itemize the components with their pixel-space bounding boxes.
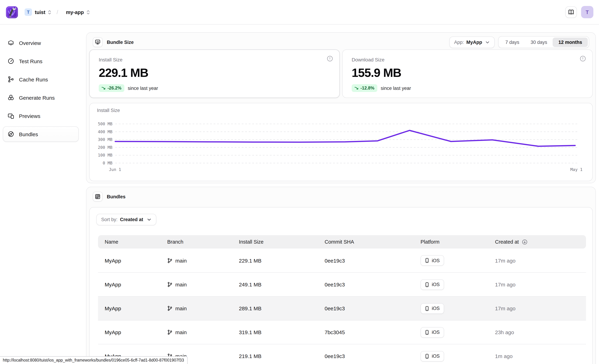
cell-commit-sha: 0ee19c3 — [318, 353, 414, 359]
tuist-logo-icon[interactable] — [6, 6, 18, 18]
svg-text:400 MB: 400 MB — [98, 129, 112, 134]
docs-button[interactable] — [565, 6, 577, 18]
column-header-created-at[interactable]: Created at — [488, 239, 586, 245]
sidebar-item-generate-runs[interactable]: Generate Runs — [3, 90, 79, 105]
platform-badge: iOS — [421, 255, 444, 266]
org-name: tuist — [35, 9, 45, 15]
project-name: my-app — [66, 9, 84, 15]
section-title: Bundle Size — [107, 40, 134, 45]
table-row[interactable]: MyApp main 289.1 MB 0ee19c3 iOS 17m ago — [98, 296, 586, 320]
git-branch-icon — [167, 282, 173, 287]
workflow-icon — [8, 76, 14, 83]
platform-badge: iOS — [421, 327, 444, 338]
column-header-install-size: Install Size — [232, 239, 318, 245]
range-option-7-days[interactable]: 7 days — [500, 37, 525, 47]
org-avatar: T — [25, 8, 32, 16]
cell-install-size: 249.1 MB — [232, 281, 318, 288]
trending-down-icon — [354, 86, 359, 90]
cell-branch: main — [160, 281, 232, 288]
delta-note: since last year — [381, 85, 411, 91]
cell-created-at: 23h ago — [488, 329, 586, 335]
cell-name: MyApp — [98, 329, 160, 335]
cell-commit-sha: 0ee19c3 — [318, 305, 414, 311]
cell-branch: main — [160, 329, 232, 335]
org-selector-chevrons-icon[interactable] — [47, 9, 52, 15]
sidebar-item-label: Overview — [19, 40, 41, 46]
table-row[interactable]: MyApp main 229.1 MB 0ee19c3 iOS 17m ago — [98, 248, 586, 272]
bundle-icon — [8, 131, 14, 137]
sidebar-item-test-runs[interactable]: Test Runs — [3, 53, 79, 69]
sidebar-item-label: Generate Runs — [19, 95, 55, 101]
table-body: MyApp main 229.1 MB 0ee19c3 iOS 17m ago … — [98, 248, 586, 364]
sidebar-item-previews[interactable]: Previews — [3, 108, 79, 124]
cell-platform: iOS — [414, 255, 488, 266]
section-title: Bundles — [107, 194, 126, 199]
table-row[interactable]: MyApp main 249.1 MB 0ee19c3 iOS 17m ago — [98, 272, 586, 296]
cell-install-size: 289.1 MB — [232, 305, 318, 311]
phone-icon — [425, 258, 429, 263]
git-branch-icon — [167, 258, 173, 263]
monitor-chart-icon — [93, 37, 103, 47]
app-filter-label: App: — [454, 40, 464, 45]
svg-text:0 MB: 0 MB — [103, 161, 112, 165]
cell-commit-sha: 7bc3045 — [318, 329, 414, 335]
info-icon[interactable] — [326, 55, 333, 62]
cell-install-size: 229.1 MB — [232, 257, 318, 263]
app-filter-dropdown[interactable]: App: MyApp — [449, 36, 495, 48]
platform-badge: iOS — [421, 279, 444, 290]
sort-by-label: Sort by: — [101, 217, 117, 222]
status-url-tooltip: http://localhost:8080/tuist/ios_app_with… — [0, 356, 187, 364]
cell-created-at: 17m ago — [488, 281, 586, 288]
cell-branch: main — [160, 305, 232, 311]
svg-text:May 1: May 1 — [570, 167, 582, 172]
column-header-name: Name — [98, 239, 160, 245]
trending-down-icon — [102, 86, 106, 90]
range-option-30-days[interactable]: 30 days — [525, 37, 553, 47]
column-header-platform: Platform — [414, 239, 488, 245]
sidebar-item-cache-runs[interactable]: Cache Runs — [3, 72, 79, 87]
svg-text:200 MB: 200 MB — [98, 145, 112, 150]
sidebar-item-label: Previews — [19, 113, 40, 119]
cell-created-at: 17m ago — [488, 257, 586, 263]
delta-badge: -26.2% — [99, 84, 124, 92]
cell-branch: main — [160, 257, 232, 263]
breadcrumb: T tuist / my-app — [25, 8, 90, 16]
table-header-row: Name Branch Install Size Commit SHA Plat… — [98, 235, 586, 248]
circles-icon — [8, 94, 14, 101]
info-icon[interactable] — [579, 55, 586, 62]
sidebar-item-label: Test Runs — [19, 58, 42, 64]
sidebar-item-bundles[interactable]: Bundles — [3, 126, 79, 142]
cell-platform: iOS — [414, 279, 488, 290]
user-avatar[interactable]: T — [581, 6, 593, 18]
bundles-table: Name Branch Install Size Commit SHA Plat… — [98, 235, 586, 364]
install-size-chart[interactable]: 500 MB400 MB300 MB200 MB100 MB0 MBJun 1M… — [90, 103, 593, 181]
delta-badge: -12.8% — [352, 84, 377, 92]
sidebar-item-overview[interactable]: Overview — [3, 35, 79, 51]
table-row[interactable]: MyApp main 319.1 MB 7bc3045 iOS 23h ago — [98, 320, 586, 344]
cell-platform: iOS — [414, 327, 488, 338]
svg-text:Jun 1: Jun 1 — [109, 167, 121, 172]
date-range-segmented-control: 7 days 30 days 12 months — [498, 36, 589, 48]
cell-platform: iOS — [414, 351, 488, 361]
app-root: T tuist / my-app T — [0, 0, 599, 364]
cell-created-at: 17m ago — [488, 305, 586, 311]
cell-name: MyApp — [98, 257, 160, 263]
chevron-down-icon — [147, 217, 151, 222]
sort-by-dropdown[interactable]: Sort by: Created at — [96, 214, 156, 225]
delta-note: since last year — [128, 85, 158, 91]
sort-arrow-down-icon — [521, 239, 528, 245]
range-option-12-months[interactable]: 12 months — [553, 37, 588, 47]
install-size-chart-card: Install Size 500 MB400 MB300 MB200 MB100… — [89, 103, 593, 181]
bundle-size-section: Bundle Size App: MyApp 7 days 30 days 12… — [86, 32, 596, 183]
stat-label: Download Size — [352, 57, 583, 62]
phone-icon — [425, 330, 429, 335]
phone-icon — [425, 282, 429, 287]
svg-text:300 MB: 300 MB — [98, 137, 112, 142]
cell-name: MyApp — [98, 281, 160, 288]
column-header-branch: Branch — [160, 239, 232, 245]
table-grid-icon — [93, 192, 103, 202]
project-selector-chevrons-icon[interactable] — [86, 9, 90, 15]
install-size-stat-card: Install Size 229.1 MB -26.2% since last … — [89, 50, 340, 98]
stat-value: 155.9 MB — [352, 66, 583, 80]
inbox-icon — [8, 40, 14, 46]
